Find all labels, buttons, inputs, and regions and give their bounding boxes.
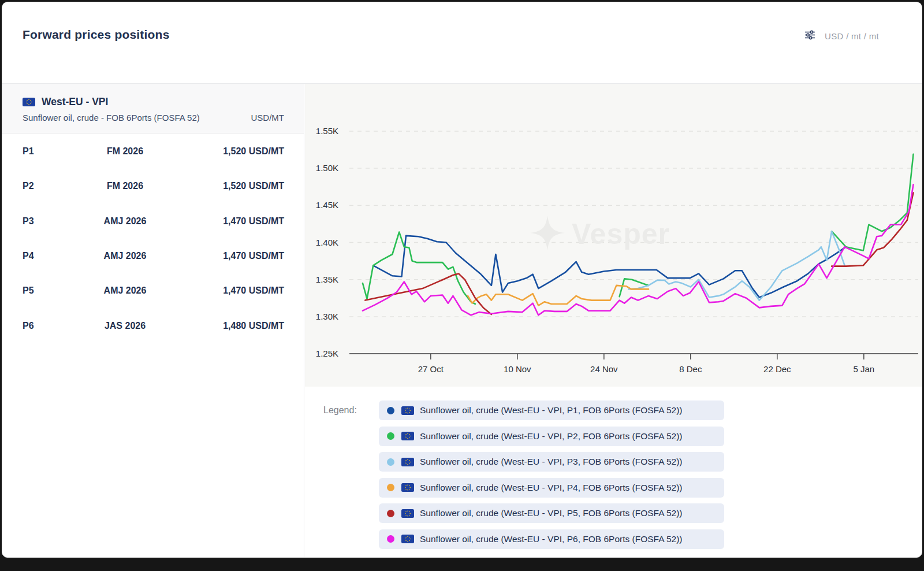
legend-item-label: Sunflower oil, crude (West-EU - VPI, P6,… (420, 534, 683, 544)
forward-prices-card: Forward prices positions USD / mt / mt W… (2, 2, 922, 558)
svg-text:1.30K: 1.30K (316, 312, 338, 321)
price-chart[interactable]: 1.55K1.50K1.45K1.40K1.35K1.30K1.25KVespe… (305, 84, 922, 387)
svg-text:Vesper: Vesper (572, 218, 670, 250)
price-value: 1,520 USD/MT (187, 146, 284, 157)
price-value: 1,480 USD/MT (187, 321, 284, 331)
position-label: P5 (23, 286, 63, 296)
legend-item-p3[interactable]: Sunflower oil, crude (West-EU - VPI, P3,… (379, 452, 724, 472)
eu-flag-icon (401, 535, 414, 543)
legend-label: Legend: (323, 405, 357, 416)
position-label: P1 (23, 146, 63, 157)
sliders-icon (804, 29, 815, 43)
positions-table: P1 FM 2026 1,520 USD/MT P2 FM 2026 1,520… (2, 134, 304, 343)
series-color-dot (387, 432, 394, 440)
legend-item-label: Sunflower oil, crude (West-EU - VPI, P3,… (420, 457, 683, 467)
price-value: 1,470 USD/MT (187, 216, 284, 227)
product-subtitle: Sunflower oil, crude - FOB 6Ports (FOSFA… (23, 113, 200, 123)
price-value: 1,470 USD/MT (187, 286, 284, 296)
price-value: 1,470 USD/MT (187, 251, 284, 261)
eu-flag-icon (401, 458, 414, 466)
card-header: Forward prices positions USD / mt / mt (2, 2, 922, 83)
table-row-p3[interactable]: P3 AMJ 2026 1,470 USD/MT (2, 204, 304, 239)
positions-panel-header: West-EU - VPI Sunflower oil, crude - FOB… (2, 84, 304, 134)
eu-flag-icon (401, 509, 414, 518)
legend-item-p6[interactable]: Sunflower oil, crude (West-EU - VPI, P6,… (379, 529, 724, 549)
region-title: West-EU - VPI (42, 96, 108, 108)
series-color-dot (387, 484, 394, 491)
svg-text:1.25K: 1.25K (316, 348, 338, 358)
position-label: P6 (23, 321, 63, 331)
series-color-dot (387, 458, 394, 466)
table-row-p4[interactable]: P4 AMJ 2026 1,470 USD/MT (2, 239, 304, 273)
svg-text:27 Oct: 27 Oct (418, 364, 444, 374)
table-row-p6[interactable]: P6 JAS 2026 1,480 USD/MT (2, 308, 304, 343)
legend-items: Sunflower oil, crude (West-EU - VPI, P1,… (379, 401, 724, 549)
legend-item-label: Sunflower oil, crude (West-EU - VPI, P2,… (420, 431, 683, 442)
position-label: P3 (23, 216, 63, 227)
positions-panel: West-EU - VPI Sunflower oil, crude - FOB… (2, 84, 304, 558)
svg-text:5 Jan: 5 Jan (853, 364, 874, 374)
legend-item-p4[interactable]: Sunflower oil, crude (West-EU - VPI, P4,… (379, 478, 724, 498)
price-value: 1,520 USD/MT (187, 181, 284, 191)
eu-flag-icon (401, 406, 414, 415)
period-label: FM 2026 (63, 146, 187, 157)
svg-text:1.40K: 1.40K (316, 238, 338, 247)
series-color-dot (387, 407, 394, 414)
series-color-dot (387, 510, 394, 517)
legend-item-label: Sunflower oil, crude (West-EU - VPI, P5,… (420, 508, 683, 518)
table-row-p1[interactable]: P1 FM 2026 1,520 USD/MT (2, 134, 304, 169)
legend-block: Legend: Sunflower oil, crude (West-EU - … (305, 387, 922, 558)
svg-text:8 Dec: 8 Dec (679, 364, 702, 374)
legend-item-label: Sunflower oil, crude (West-EU - VPI, P1,… (420, 405, 683, 416)
svg-text:1.45K: 1.45K (316, 200, 338, 210)
period-label: FM 2026 (63, 181, 187, 191)
forward-prices-chart-panel: 1.55K1.50K1.45K1.40K1.35K1.30K1.25KVespe… (305, 84, 922, 387)
table-row-p2[interactable]: P2 FM 2026 1,520 USD/MT (2, 169, 304, 203)
unit-selector-label: USD / mt / mt (825, 31, 879, 41)
unit-column-header: USD/MT (251, 113, 285, 123)
period-label: AMJ 2026 (63, 251, 187, 261)
svg-text:10 Nov: 10 Nov (504, 364, 531, 374)
series-color-dot (387, 535, 394, 543)
table-row-p5[interactable]: P5 AMJ 2026 1,470 USD/MT (2, 273, 304, 308)
svg-text:1.35K: 1.35K (316, 275, 338, 284)
svg-text:1.50K: 1.50K (316, 163, 338, 173)
unit-settings-button[interactable]: USD / mt / mt (804, 29, 879, 43)
svg-text:1.55K: 1.55K (316, 126, 338, 136)
legend-item-label: Sunflower oil, crude (West-EU - VPI, P4,… (420, 483, 683, 493)
position-label: P4 (23, 251, 63, 261)
legend-item-p5[interactable]: Sunflower oil, crude (West-EU - VPI, P5,… (379, 503, 724, 523)
legend-item-p1[interactable]: Sunflower oil, crude (West-EU - VPI, P1,… (379, 401, 724, 420)
position-label: P2 (23, 181, 63, 191)
svg-text:24 Nov: 24 Nov (590, 364, 618, 374)
page-title: Forward prices positions (23, 28, 170, 42)
legend-item-p2[interactable]: Sunflower oil, crude (West-EU - VPI, P2,… (379, 427, 724, 446)
period-label: AMJ 2026 (63, 286, 187, 296)
eu-flag-icon (401, 483, 414, 492)
period-label: AMJ 2026 (63, 216, 187, 227)
period-label: JAS 2026 (63, 321, 187, 331)
eu-flag-icon (23, 98, 35, 106)
svg-text:22 Dec: 22 Dec (763, 364, 791, 374)
eu-flag-icon (401, 432, 414, 440)
